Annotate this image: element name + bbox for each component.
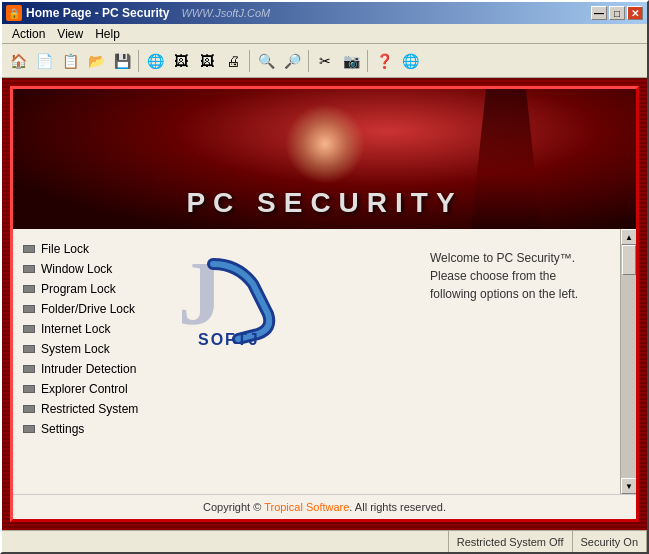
nav-program-lock[interactable]: Program Lock [21, 279, 160, 299]
toolbar-zoom[interactable]: 🔎 [280, 49, 304, 73]
nav-folder-lock[interactable]: Folder/Drive Lock [21, 299, 160, 319]
toolbar-new[interactable]: 📄 [32, 49, 56, 73]
bullet-program-lock [23, 285, 35, 293]
bullet-internet-lock [23, 325, 35, 333]
footer-company[interactable]: Tropical Software [264, 501, 349, 513]
toolbar-img2[interactable]: 🖼 [195, 49, 219, 73]
title-bar-left: 🔒 Home Page - PC Security WWW.JsoftJ.CoM [6, 5, 270, 21]
bullet-file-lock [23, 245, 35, 253]
toolbar-open[interactable]: 📂 [84, 49, 108, 73]
left-menu: File Lock Window Lock Program Lock [13, 229, 168, 494]
toolbar-internet[interactable]: 🌐 [143, 49, 167, 73]
menu-view[interactable]: View [51, 25, 89, 43]
nav-system-lock[interactable]: System Lock [21, 339, 160, 359]
toolbar-separator-4 [367, 50, 368, 72]
header-image: PC SECURITY [13, 89, 636, 229]
nav-explorer-control[interactable]: Explorer Control [21, 379, 160, 399]
toolbar: 🏠 📄 📋 📂 💾 🌐 🖼 🖼 🖨 🔍 🔎 ✂ 📷 ❓ 🌐 [2, 44, 647, 78]
status-bar: Restricted System Off Security On [2, 530, 647, 552]
toolbar-separator-2 [249, 50, 250, 72]
minimize-button[interactable]: — [591, 6, 607, 20]
bullet-restricted-system [23, 405, 35, 413]
title-bar: 🔒 Home Page - PC Security WWW.JsoftJ.CoM… [2, 2, 647, 24]
right-content: J SOFTJ Welcome to PC Sec [168, 229, 620, 494]
toolbar-link[interactable]: 🌐 [398, 49, 422, 73]
logo-graphic: J SOFTJ [178, 249, 288, 349]
app-icon: 🔒 [6, 5, 22, 21]
toolbar-separator-3 [308, 50, 309, 72]
scroll-thumb[interactable] [622, 245, 636, 275]
window-title: Home Page - PC Security [26, 6, 169, 20]
bullet-intruder-detection [23, 365, 35, 373]
toolbar-img1[interactable]: 🖼 [169, 49, 193, 73]
maximize-button[interactable]: □ [609, 6, 625, 20]
toolbar-home[interactable]: 🏠 [6, 49, 30, 73]
nav-restricted-system[interactable]: Restricted System [21, 399, 160, 419]
scrollbar-vertical: ▲ ▼ [620, 229, 636, 494]
toolbar-separator-1 [138, 50, 139, 72]
window-controls: — □ ✕ [591, 6, 643, 20]
watermark: WWW.JsoftJ.CoM [181, 7, 270, 19]
toolbar-save[interactable]: 💾 [110, 49, 134, 73]
status-restricted-system: Restricted System Off [449, 531, 573, 552]
status-security: Security On [573, 531, 647, 552]
scroll-up-button[interactable]: ▲ [621, 229, 637, 245]
menu-action[interactable]: Action [6, 25, 51, 43]
nav-settings[interactable]: Settings [21, 419, 160, 439]
toolbar-help[interactable]: ❓ [372, 49, 396, 73]
footer-suffix: . All rights reserved. [349, 501, 446, 513]
inner-frame: PC SECURITY File Lock Window Lock [10, 86, 639, 522]
right-panel: File Lock Window Lock Program Lock [13, 229, 636, 494]
toolbar-copy[interactable]: 📋 [58, 49, 82, 73]
nav-intruder-detection[interactable]: Intruder Detection [21, 359, 160, 379]
menu-help[interactable]: Help [89, 25, 126, 43]
bullet-explorer-control [23, 385, 35, 393]
nav-window-lock[interactable]: Window Lock [21, 259, 160, 279]
main-window: 🔒 Home Page - PC Security WWW.JsoftJ.CoM… [0, 0, 649, 554]
logo-softj-text: SOFTJ [198, 331, 260, 349]
footer: Copyright © Tropical Software. All right… [13, 494, 636, 519]
nav-file-lock[interactable]: File Lock [21, 239, 160, 259]
bullet-window-lock [23, 265, 35, 273]
spotlight [285, 104, 365, 184]
main-content: PC SECURITY File Lock Window Lock [2, 78, 647, 530]
menu-bar: Action View Help [2, 24, 647, 44]
toolbar-cam[interactable]: 📷 [339, 49, 363, 73]
scroll-down-button[interactable]: ▼ [621, 478, 637, 494]
bullet-settings [23, 425, 35, 433]
status-empty [2, 531, 449, 552]
header-title: PC SECURITY [13, 187, 636, 219]
content-body: File Lock Window Lock Program Lock [13, 229, 620, 494]
scroll-track[interactable] [621, 245, 636, 478]
footer-prefix: Copyright © [203, 501, 264, 513]
nav-internet-lock[interactable]: Internet Lock [21, 319, 160, 339]
logo-container: J SOFTJ [178, 249, 288, 349]
welcome-text: Welcome to PC Security™. Please choose f… [430, 249, 600, 303]
bullet-system-lock [23, 345, 35, 353]
toolbar-search[interactable]: 🔍 [254, 49, 278, 73]
toolbar-print[interactable]: 🖨 [221, 49, 245, 73]
bullet-folder-lock [23, 305, 35, 313]
close-button[interactable]: ✕ [627, 6, 643, 20]
toolbar-cut[interactable]: ✂ [313, 49, 337, 73]
